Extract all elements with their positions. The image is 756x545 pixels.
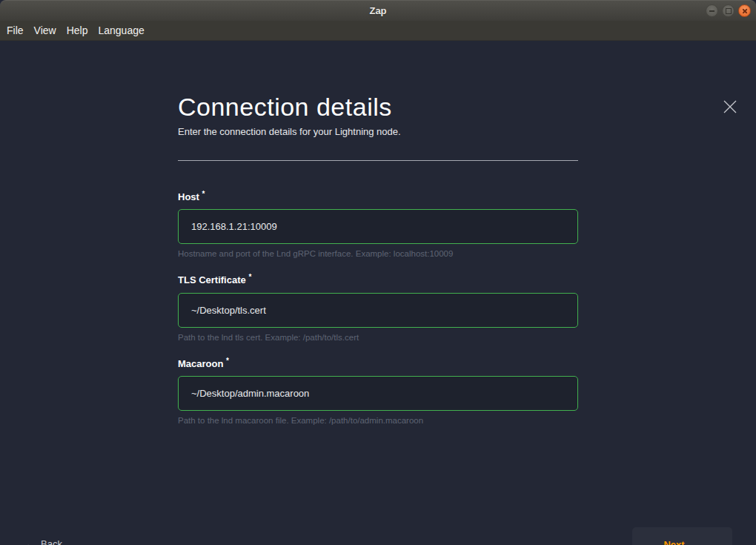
page-subtitle: Enter the connection details for your Li… [178,125,578,139]
tls-certificate-field-group: TLS Certificate * Path to the lnd tls ce… [178,271,578,342]
window-controls [706,4,751,17]
tls-certificate-input[interactable] [178,293,578,328]
maximize-icon[interactable] [722,4,735,17]
macaroon-label: Macaroon * [178,355,578,370]
connection-details-page: Connection details Enter the connection … [0,41,756,545]
menu-help[interactable]: Help [62,22,93,39]
menubar: File View Help Language [0,21,756,41]
tls-certificate-label-text: TLS Certificate [178,275,246,286]
host-field-group: Host * Hostname and port of the Lnd gRPC… [178,188,578,259]
minimize-icon[interactable] [706,4,718,17]
host-label: Host * [178,188,578,203]
macaroon-field-group: Macaroon * Path to the lnd macaroon file… [178,355,578,426]
window-title: Zap [369,5,386,16]
back-button[interactable]: ← Back [24,538,62,545]
back-arrow-icon: ← [24,538,36,545]
form-container: Connection details Enter the connection … [178,41,578,438]
required-asterisk: * [202,190,205,198]
next-label: Next [663,539,684,545]
required-asterisk: * [226,357,229,365]
next-button[interactable]: Next → [632,527,732,545]
tls-certificate-hint: Path to the lnd tls cert. Example: /path… [178,332,578,343]
menu-language[interactable]: Language [93,22,149,39]
host-hint: Hostname and port of the Lnd gRPC interf… [178,248,578,259]
macaroon-hint: Path to the lnd macaroon file. Example: … [178,415,578,426]
connection-form: Host * Hostname and port of the Lnd gRPC… [178,188,578,426]
macaroon-input[interactable] [178,376,578,411]
back-label: Back [41,538,62,545]
macaroon-label-text: Macaroon [178,358,223,369]
divider [178,160,578,161]
titlebar: Zap [0,0,756,21]
menu-view[interactable]: View [29,22,62,39]
page-title: Connection details [178,92,578,122]
menu-file[interactable]: File [1,22,29,39]
required-asterisk: * [248,273,251,281]
host-input[interactable] [178,209,578,244]
tls-certificate-label: TLS Certificate * [178,271,578,286]
window-close-icon[interactable] [738,4,751,17]
zap-window: Zap File View Help Language Connection d… [0,0,756,545]
close-icon[interactable] [722,99,738,115]
host-label-text: Host [178,191,199,202]
next-arrow-icon: → [690,538,701,545]
